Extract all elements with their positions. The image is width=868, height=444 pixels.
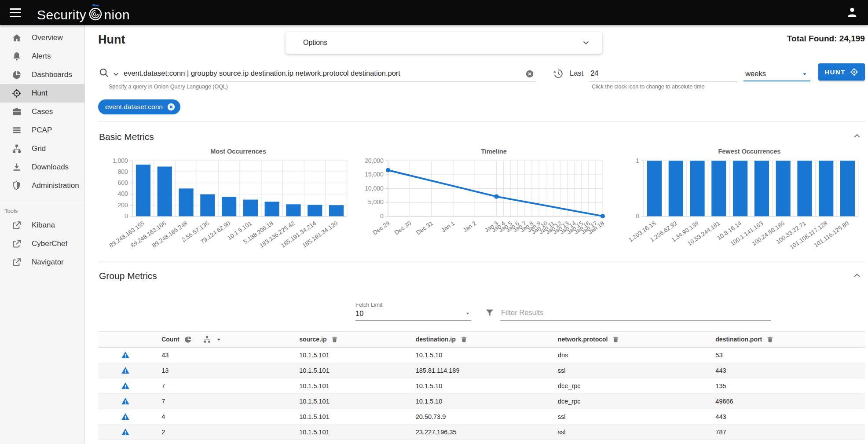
cell-count[interactable]: 4 — [151, 409, 289, 424]
table-body: 43 10.1.5.101 10.1.5.10 dns 53 13 10.1.5… — [98, 347, 865, 444]
sidebar-item-pcap[interactable]: PCAP — [0, 121, 84, 139]
cell-destination-ip[interactable]: 185.81.114.189 — [406, 363, 548, 378]
cell-destination-port[interactable]: 443 — [705, 363, 865, 378]
trash-icon[interactable] — [612, 336, 619, 343]
cell-source-ip[interactable]: 10.1.5.101 — [289, 440, 406, 444]
column-network-protocol[interactable]: network.protocol — [548, 331, 705, 347]
collapse-group-metrics-button[interactable] — [850, 268, 864, 284]
sidebar-item-navigator[interactable]: Navigator — [0, 253, 84, 272]
sidebar-item-dashboards[interactable]: Dashboards — [0, 66, 84, 84]
sidebar-item-grid[interactable]: Grid — [0, 139, 84, 158]
cell-destination-port[interactable]: 787 — [705, 424, 865, 440]
warning-triangle-icon[interactable] — [121, 428, 130, 437]
query-input[interactable] — [123, 69, 535, 81]
cell-destination-ip[interactable]: 10.1.5.10 — [406, 347, 548, 363]
trash-icon[interactable] — [331, 336, 338, 343]
cell-source-ip[interactable]: 10.1.5.101 — [289, 424, 406, 440]
sidebar-item-cases[interactable]: Cases — [0, 103, 84, 121]
svg-text:Dec 29: Dec 29 — [372, 220, 391, 236]
cell-network-protocol[interactable]: ssl — [548, 363, 705, 378]
filter-results-input[interactable] — [500, 308, 771, 321]
trash-icon[interactable] — [766, 336, 774, 343]
total-found-label: Total Found: — [787, 34, 837, 43]
table-row[interactable]: 7 10.1.5.101 10.1.5.10 dce_rpc 49666 — [98, 393, 865, 409]
chart-type-sitemap-icon[interactable] — [203, 335, 211, 344]
duration-input[interactable] — [590, 69, 737, 81]
user-account-icon[interactable] — [846, 6, 858, 19]
cell-source-ip[interactable]: 10.1.5.101 — [289, 363, 406, 378]
column-destination-port[interactable]: destination.port — [705, 331, 865, 347]
query-history-caret-icon[interactable] — [112, 70, 120, 78]
cell-destination-port[interactable]: 443 — [705, 409, 865, 424]
pie-chart-toggle-icon[interactable] — [184, 335, 192, 344]
column-label: network.protocol — [558, 336, 608, 343]
cell-source-ip[interactable]: 10.1.5.101 — [289, 378, 406, 393]
sidebar-item-kibana[interactable]: Kibana — [0, 216, 84, 235]
cell-network-protocol[interactable]: dce_rpc — [548, 393, 705, 409]
cell-count[interactable]: 2 — [151, 424, 289, 440]
cell-network-protocol[interactable]: dce_rpc — [548, 378, 705, 393]
cell-destination-ip[interactable]: 10.1.5.10 — [406, 393, 548, 409]
cell-destination-port[interactable]: 53 — [705, 347, 865, 363]
cell-network-protocol[interactable]: ssl — [548, 409, 705, 424]
cell-network-protocol[interactable]: krb,dce_rpc,gssapi,smb — [548, 440, 705, 444]
sidebar-item-alerts[interactable]: Alerts — [0, 47, 84, 66]
options-panel-toggle[interactable]: Options — [286, 32, 602, 54]
search-icon[interactable] — [98, 67, 110, 79]
cell-destination-port[interactable]: 135 — [705, 378, 865, 393]
cell-source-ip[interactable]: 10.1.5.101 — [289, 409, 406, 424]
column-count[interactable]: Count — [151, 331, 289, 347]
duration-unit-select[interactable]: weeks — [743, 70, 810, 81]
sidebar-item-administration[interactable]: Administration — [0, 176, 84, 195]
column-label: destination.port — [715, 336, 762, 343]
sidebar-item-hunt[interactable]: Hunt — [0, 84, 84, 103]
warning-triangle-icon[interactable] — [121, 382, 130, 390]
collapse-basic-metrics-button[interactable] — [850, 129, 864, 144]
table-header-row: Count source.ip — [98, 331, 865, 347]
table-row[interactable]: 2 10.1.5.101 23.227.196.35 ssl 787 — [98, 424, 865, 440]
warning-triangle-icon[interactable] — [121, 351, 130, 360]
cell-count[interactable]: 43 — [151, 347, 289, 363]
sidebar-item-downloads[interactable]: Downloads — [0, 158, 84, 176]
cell-destination-port[interactable]: 49666 — [705, 393, 865, 409]
svg-text:800: 800 — [117, 168, 128, 175]
filter-chip[interactable]: event.dataset:conn — [98, 99, 180, 114]
clear-query-icon[interactable] — [525, 69, 535, 79]
cell-network-protocol[interactable]: ssl — [548, 424, 705, 440]
warning-triangle-icon[interactable] — [121, 397, 130, 406]
cell-destination-ip[interactable]: 10.1.5.10 — [406, 378, 548, 393]
cell-source-ip[interactable]: 10.1.5.101 — [289, 347, 406, 363]
duration-unit-value: weeks — [745, 70, 801, 78]
cell-network-protocol[interactable]: dns — [548, 347, 705, 363]
column-destination-ip[interactable]: destination.ip — [406, 331, 548, 347]
cell-destination-ip[interactable]: 23.227.196.35 — [406, 424, 548, 440]
cell-count[interactable]: 2 — [151, 440, 289, 444]
cell-destination-ip[interactable]: 10.1.5.10 — [406, 440, 548, 444]
warning-triangle-icon[interactable] — [121, 366, 130, 375]
trash-icon[interactable] — [460, 336, 468, 343]
cell-count[interactable]: 13 — [151, 363, 289, 378]
table-row[interactable]: 43 10.1.5.101 10.1.5.10 dns 53 — [98, 347, 865, 363]
warning-triangle-icon[interactable] — [121, 412, 130, 421]
table-row[interactable]: 2 10.1.5.101 10.1.5.10 krb,dce_rpc,gssap… — [98, 440, 865, 444]
cell-destination-ip[interactable]: 20.50.73.9 — [406, 409, 548, 424]
cell-count[interactable]: 7 — [151, 393, 289, 409]
column-source-ip[interactable]: source.ip — [289, 331, 406, 347]
chip-close-icon[interactable] — [166, 102, 176, 112]
sidebar-item-cyberchef[interactable]: CyberChef — [0, 235, 84, 253]
relative-time-history-icon[interactable] — [552, 68, 564, 79]
hamburger-menu-icon[interactable] — [10, 8, 21, 17]
svg-text:Jan 18: Jan 18 — [587, 220, 605, 236]
fetch-limit-select[interactable]: Fetch Limit 10 — [355, 302, 471, 321]
table-row[interactable]: 7 10.1.5.101 10.1.5.10 dce_rpc 135 — [98, 378, 865, 393]
svg-text:101.108.117.128: 101.108.117.128 — [788, 220, 828, 251]
sidebar-item-overview[interactable]: Overview — [0, 29, 84, 47]
chart-type-caret-icon[interactable] — [216, 336, 222, 343]
cell-count[interactable]: 7 — [151, 378, 289, 393]
cell-destination-port[interactable]: 445 — [705, 440, 865, 444]
table-row[interactable]: 13 10.1.5.101 185.81.114.189 ssl 443 — [98, 363, 865, 378]
hunt-button[interactable]: HUNT — [818, 63, 865, 81]
cell-source-ip[interactable]: 10.1.5.101 — [289, 393, 406, 409]
table-row[interactable]: 4 10.1.5.101 20.50.73.9 ssl 443 — [98, 409, 865, 424]
duration-input-wrap — [590, 69, 737, 81]
